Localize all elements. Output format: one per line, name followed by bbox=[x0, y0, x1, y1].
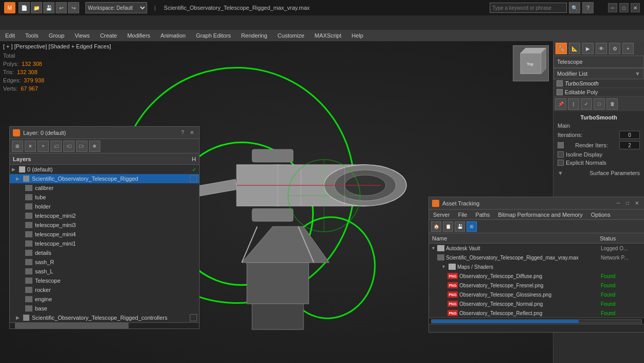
display-icon-btn[interactable]: 👁 bbox=[596, 43, 607, 54]
remove-modifier-btn[interactable]: 🗑 bbox=[606, 98, 618, 110]
asset-maximize-btn[interactable]: □ bbox=[623, 199, 632, 208]
make-unique-btn[interactable]: □ bbox=[594, 98, 605, 110]
layer-move-to-btn[interactable]: ↓□ bbox=[50, 141, 62, 152]
tris-value: 132 308 bbox=[17, 68, 38, 76]
layer-box-scientific[interactable] bbox=[190, 175, 197, 182]
modify-icon-btn[interactable]: 🔧 bbox=[556, 43, 567, 54]
explicit-normals-checkbox[interactable] bbox=[558, 160, 564, 166]
extra-icon-btn[interactable]: + bbox=[622, 43, 634, 54]
glossiness-name: Observatory_Telescope_Glossiness.png bbox=[459, 292, 599, 298]
layer-row-sash-r[interactable]: sash_R bbox=[10, 257, 199, 267]
layers-scroll-thumb[interactable] bbox=[15, 323, 129, 329]
workspace-dropdown[interactable]: Workspace: Default bbox=[85, 2, 147, 13]
render-iters-checkbox[interactable] bbox=[558, 142, 564, 148]
asset-row-vault[interactable]: ▼ Autodesk Vault Logged O... bbox=[429, 244, 644, 253]
show-result-btn[interactable]: ✓ bbox=[581, 98, 592, 110]
menu-edit[interactable]: Edit bbox=[0, 30, 20, 41]
minimize-button[interactable]: ─ bbox=[608, 3, 617, 12]
layer-box-controllers[interactable] bbox=[190, 314, 197, 321]
layer-row-controllers[interactable]: ▶ Scientific_Observatory_Telescope_Rigge… bbox=[10, 313, 199, 322]
layer-row-default[interactable]: ▶ 0 (default) ✓ bbox=[10, 165, 199, 174]
isoline-checkbox[interactable] bbox=[558, 151, 564, 158]
diffuse-name: Observatory_Telescope_Diffuse.png bbox=[459, 273, 599, 279]
layer-row-engine[interactable]: engine bbox=[10, 295, 199, 304]
layer-add-btn[interactable]: + bbox=[38, 141, 49, 152]
layers-scrollbar[interactable] bbox=[10, 322, 199, 329]
menu-views[interactable]: Views bbox=[69, 30, 95, 41]
layer-row-tube[interactable]: tube bbox=[10, 193, 199, 202]
modifier-active-btn[interactable]: | bbox=[568, 98, 579, 110]
layers-question-btn[interactable]: ? bbox=[178, 129, 187, 137]
layer-row-calibrer[interactable]: calibrer bbox=[10, 183, 199, 193]
search-input[interactable] bbox=[490, 3, 567, 13]
asset-menu-paths[interactable]: Paths bbox=[471, 210, 494, 220]
menu-tools[interactable]: Tools bbox=[20, 30, 44, 41]
redo-btn[interactable]: ↪ bbox=[68, 2, 79, 13]
layer-row-mini1[interactable]: telescope_mini1 bbox=[10, 239, 199, 248]
undo-btn[interactable]: ↩ bbox=[56, 2, 67, 13]
asset-menu-options[interactable]: Options bbox=[587, 210, 615, 220]
layers-close-btn[interactable]: ✕ bbox=[188, 129, 196, 137]
maximize-button[interactable]: □ bbox=[619, 3, 629, 12]
layer-deselect-btn[interactable]: ✕ bbox=[25, 141, 36, 152]
asset-tool-2[interactable]: 📋 bbox=[443, 221, 453, 232]
layer-freeze-btn[interactable]: ❄ bbox=[89, 141, 100, 152]
menu-graph-editors[interactable]: Graph Editors bbox=[191, 30, 236, 41]
asset-menu-file[interactable]: File bbox=[454, 210, 471, 220]
asset-row-glossiness[interactable]: PNG Observatory_Telescope_Glossiness.png… bbox=[429, 290, 644, 299]
open-btn[interactable]: 📁 bbox=[31, 2, 42, 13]
turbosmooth-checkbox[interactable] bbox=[557, 80, 563, 87]
asset-row-reflect[interactable]: PNG Observatory_Telescope_Reflect.png Fo… bbox=[429, 308, 644, 318]
layer-row-mini4[interactable]: telescope_mini4 bbox=[10, 230, 199, 239]
close-button[interactable]: ✕ bbox=[631, 3, 640, 12]
navigation-cube[interactable]: Top bbox=[513, 45, 549, 81]
layer-row-holder[interactable]: holder bbox=[10, 202, 199, 211]
asset-tool-4[interactable]: ⊞ bbox=[467, 221, 477, 232]
layer-row-base[interactable]: base bbox=[10, 304, 199, 313]
menu-animation[interactable]: Animation bbox=[155, 30, 191, 41]
asset-tool-1[interactable]: 🏠 bbox=[431, 221, 441, 232]
layer-move-up-btn[interactable]: ↑□ bbox=[63, 141, 75, 152]
search-icon-btn[interactable]: 🔍 bbox=[569, 2, 580, 13]
menu-modifiers[interactable]: Modifiers bbox=[122, 30, 155, 41]
layer-row-mini2[interactable]: telescope_mini2 bbox=[10, 211, 199, 220]
asset-minimize-btn[interactable]: ─ bbox=[614, 199, 622, 208]
utilities-icon-btn[interactable]: ⚙ bbox=[609, 43, 620, 54]
asset-row-normal[interactable]: PNG Observatory_Telescope_Normal.png Fou… bbox=[429, 299, 644, 308]
asset-menu-bitmap[interactable]: Bitmap Performance and Memory bbox=[494, 210, 586, 220]
motion-icon-btn[interactable]: ▶ bbox=[582, 43, 594, 54]
iterations-input[interactable] bbox=[619, 131, 640, 139]
save-btn[interactable]: 💾 bbox=[43, 2, 55, 13]
asset-row-max-file[interactable]: Scientific_Observatory_Telescope_Rigged_… bbox=[429, 253, 644, 262]
layer-row-sash-l[interactable]: sash_L bbox=[10, 267, 199, 276]
layer-row-mini3[interactable]: telescope_mini3 bbox=[10, 220, 199, 230]
layer-row-rocker[interactable]: rocker bbox=[10, 285, 199, 295]
menu-maxscript[interactable]: MAXScript bbox=[310, 30, 347, 41]
asset-row-maps[interactable]: ▼ Maps / Shaders bbox=[429, 262, 644, 271]
modifier-list-bar[interactable]: Modifier List ▼ bbox=[553, 68, 644, 79]
asset-close-btn[interactable]: ✕ bbox=[633, 199, 641, 208]
menu-rendering[interactable]: Rendering bbox=[236, 30, 273, 41]
menu-help[interactable]: Help bbox=[347, 30, 369, 41]
layer-row-details[interactable]: details bbox=[10, 248, 199, 257]
layer-row-scientific[interactable]: ▶ Scientific_Observatory_Telescope_Rigge… bbox=[10, 174, 199, 183]
isoline-label: Isoline Display bbox=[566, 151, 602, 158]
help-btn[interactable]: ? bbox=[582, 2, 594, 13]
pin-stack-btn[interactable]: 📌 bbox=[555, 98, 566, 110]
hierarchy-icon-btn[interactable]: 📐 bbox=[569, 43, 580, 54]
asset-row-fresnel[interactable]: PNG Observatory_Telescope_Fresnel.png Fo… bbox=[429, 281, 644, 290]
new-btn[interactable]: 📄 bbox=[19, 2, 30, 13]
menu-create[interactable]: Create bbox=[95, 30, 122, 41]
asset-tool-3[interactable]: 💾 bbox=[455, 221, 465, 232]
render-iters-input[interactable] bbox=[619, 141, 640, 149]
layer-select-all-btn[interactable]: ⊞ bbox=[12, 141, 23, 152]
titlebar-left: M 📄 📁 💾 ↩ ↪ Workspace: Default | Scienti… bbox=[4, 2, 310, 13]
layer-move-layer-btn[interactable]: □↑ bbox=[76, 141, 87, 152]
layer-row-telescope[interactable]: Telescope bbox=[10, 276, 199, 285]
asset-menu-server[interactable]: Server bbox=[429, 210, 454, 220]
asset-row-diffuse[interactable]: PNG Observatory_Telescope_Diffuse.png Fo… bbox=[429, 271, 644, 281]
menu-group[interactable]: Group bbox=[44, 30, 70, 41]
edges-label: Edges: bbox=[3, 76, 21, 84]
menu-customize[interactable]: Customize bbox=[273, 30, 310, 41]
editable-poly-checkbox[interactable] bbox=[557, 89, 563, 95]
